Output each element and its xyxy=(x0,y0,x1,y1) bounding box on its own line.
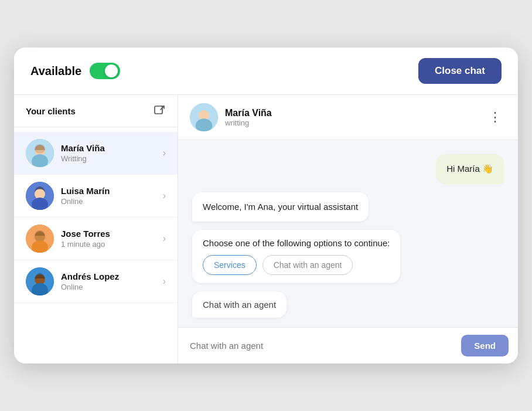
services-option-button[interactable]: Services xyxy=(203,255,257,275)
chat-user-name: María Viña xyxy=(225,108,272,118)
client-item[interactable]: Luisa Marín Online › xyxy=(14,175,178,218)
chat-user-info: María Viña writting xyxy=(190,103,272,131)
client-info-luisa: Luisa Marín Online xyxy=(61,186,156,206)
header-left: Available xyxy=(30,63,120,79)
client-info-andres: Andrés Lopez Online xyxy=(61,271,156,291)
client-status: Online xyxy=(61,197,156,206)
chevron-icon: › xyxy=(163,276,166,287)
client-name: Jose Torres xyxy=(61,229,156,239)
message-text: Hi María 👋 xyxy=(446,164,493,174)
chat-header: María Viña writting ⋮ xyxy=(178,95,518,140)
client-status: Online xyxy=(61,283,156,291)
availability-toggle[interactable] xyxy=(90,63,120,79)
chevron-icon: › xyxy=(163,191,166,201)
chat-input[interactable] xyxy=(187,336,455,355)
chat-user-details: María Viña writting xyxy=(225,108,272,127)
input-area: Send xyxy=(178,327,518,364)
client-name: Luisa Marín xyxy=(61,186,156,196)
chevron-icon: › xyxy=(163,233,166,244)
client-name: Andrés Lopez xyxy=(61,271,156,281)
message-selected: Chat with an agent xyxy=(192,291,287,318)
client-info-maria: María Viña Writting xyxy=(61,143,156,163)
message-bubble: Hi María 👋 xyxy=(436,154,504,184)
main-body: Your clients xyxy=(14,95,518,364)
more-options-icon[interactable]: ⋮ xyxy=(484,107,506,127)
selected-text: Chat with an agent xyxy=(203,300,276,310)
avatar-jose xyxy=(26,225,54,253)
avatar-maria xyxy=(26,139,54,167)
avatar-luisa xyxy=(26,182,54,210)
chat-area: María Viña writting ⋮ Hi María 👋 Welcome… xyxy=(178,95,518,364)
message-text: Welcome, I'm Ana, your virtual assistant xyxy=(203,202,358,212)
client-list: María Viña Writting › xyxy=(14,127,178,364)
options-text: Choose one of the following options to c… xyxy=(203,238,390,248)
options-buttons: Services Chat with an agent xyxy=(203,255,390,275)
app-container: Available Close chat Your clients xyxy=(14,47,518,364)
client-name: María Viña xyxy=(61,143,156,153)
sidebar: Your clients xyxy=(14,95,178,364)
client-status: Writting xyxy=(61,154,156,163)
avatar-andres xyxy=(26,267,54,295)
chat-agent-option-button[interactable]: Chat with an agent xyxy=(262,255,353,275)
client-item[interactable]: Andrés Lopez Online › xyxy=(14,260,178,303)
client-item[interactable]: María Viña Writting › xyxy=(14,132,178,175)
send-button[interactable]: Send xyxy=(461,335,509,356)
chat-avatar xyxy=(190,103,218,131)
export-icon[interactable] xyxy=(153,104,166,117)
messages-list: Hi María 👋 Welcome, I'm Ana, your virtua… xyxy=(178,140,518,327)
close-chat-button[interactable]: Close chat xyxy=(418,58,502,84)
chat-user-status: writting xyxy=(225,118,272,127)
client-info-jose: Jose Torres 1 minute ago xyxy=(61,229,156,249)
svg-rect-0 xyxy=(155,106,162,114)
sidebar-header: Your clients xyxy=(14,95,178,127)
available-label: Available xyxy=(30,64,81,78)
toggle-knob xyxy=(105,64,118,77)
message-options: Choose one of the following options to c… xyxy=(192,230,400,283)
chevron-icon: › xyxy=(163,148,166,158)
sidebar-title: Your clients xyxy=(26,106,76,116)
client-status: 1 minute ago xyxy=(61,240,156,249)
message-bubble: Welcome, I'm Ana, your virtual assistant xyxy=(192,192,369,222)
client-item[interactable]: Jose Torres 1 minute ago › xyxy=(14,218,178,260)
header: Available Close chat xyxy=(14,47,518,95)
